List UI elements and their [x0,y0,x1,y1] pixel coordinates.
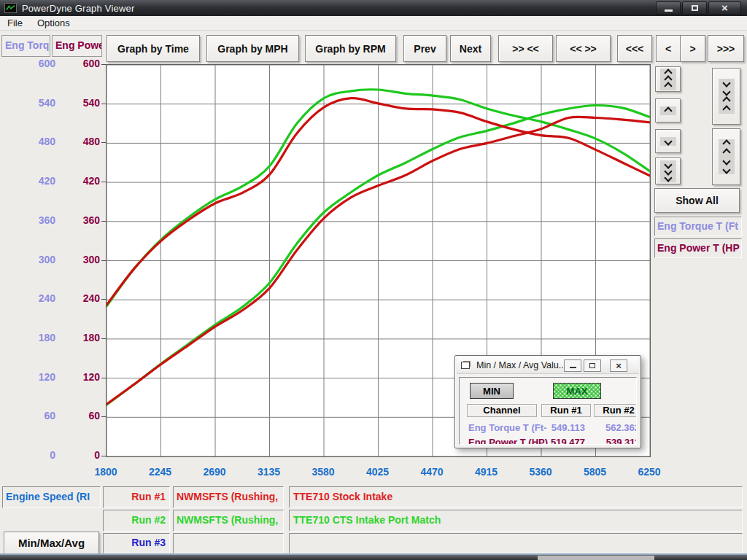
y-axis-label-right: 180 [65,332,100,343]
close-icon: × [616,361,622,371]
minimize-icon [665,9,673,12]
x-scroll-left-fast-button[interactable]: <<< [617,35,652,62]
y-axis-label-left: 360 [20,214,55,226]
y-axis-label-right: 600 [65,58,100,69]
legend-torque: Eng Torque T (Ft [654,217,742,236]
y-axis-label-right: 240 [65,292,100,304]
minmax-minimize-button[interactable] [564,359,581,372]
window-controls: × [656,1,741,15]
chevron-up-icon [722,96,730,104]
y-axis-label-left: 600 [20,58,55,69]
chevron-down-icon [664,137,672,145]
chevron-down-icon [722,157,730,165]
y-axis-label-right: 360 [65,214,100,226]
y-axis-label-right: 60 [65,410,100,421]
run2-label-box[interactable]: Run #2 [103,510,170,532]
max-toggle-button[interactable]: MAX [553,383,601,399]
minmaxavg-button[interactable]: Min/Max/Avg [4,532,99,554]
y-scroll-down-fast-button[interactable] [655,158,681,184]
y-zoom-in-button[interactable] [712,68,740,125]
title-bar: PowerDyne Graph Viewer × [0,0,747,16]
x-scroll-right-button[interactable]: > [680,35,705,62]
x-channel-box[interactable]: Engine Speed (RI [2,486,101,508]
restore-icon [692,5,698,11]
chevron-up-icon [722,105,730,113]
y-scroll-up-fast-button[interactable] [655,66,681,92]
x-axis-label: 2690 [190,466,239,478]
show-all-button[interactable]: Show All [654,188,740,213]
table-cell-value: 549.113 [533,422,585,433]
y-axis-label-left: 420 [20,175,55,187]
y-axis-label-left: 180 [20,332,55,343]
y-axis-label-right: 120 [65,371,100,383]
close-icon: × [721,3,728,13]
y-axis-label-right: 420 [65,175,100,187]
y-scroll-up-button[interactable] [655,98,681,122]
chevron-icon [719,79,735,114]
run1-label-box[interactable]: Run #1 [103,486,170,508]
chevron-down-icon [664,174,672,182]
y-zoom-out-button[interactable] [712,128,740,185]
y-axis-label-left: 240 [20,292,55,304]
x-axis-label: 4025 [354,466,402,478]
minmax-window[interactable]: Min / Max / Avg Valu... × MIN MAX Channe… [454,355,641,448]
minmax-restore-button[interactable] [584,359,601,372]
graph-by-time-button[interactable]: Graph by Time [107,35,200,62]
chevron-down-icon [722,79,730,87]
graph-by-rpm-button[interactable]: Graph by RPM [305,35,396,62]
run1-file-box[interactable]: NWMSFTS (Rushing, [173,486,284,508]
document-icon [461,362,470,369]
y-scroll-down-button[interactable] [655,129,681,153]
table-cell-value: 519.477 [533,437,585,445]
chevron-icon [719,139,735,174]
minmax-title-bar[interactable]: Min / Max / Avg Valu... × [457,357,639,374]
x-scroll-right-fast-button[interactable]: >>> [708,35,744,62]
channel-label-torque[interactable]: Eng Torq [1,35,50,57]
y-axis-label-left: 120 [20,371,55,383]
x-axis-label: 1800 [82,466,130,478]
y-axis-label-right: 300 [65,254,100,265]
y-axis-label-right: 480 [65,136,100,147]
chevron-up-icon [664,82,672,90]
column-header-channel: Channel [467,404,537,417]
menu-bar: File Options [0,16,747,31]
powerdyne-window: PowerDyne Graph Viewer × File Options En… [0,0,747,560]
y-axis-label-left: 480 [20,136,55,147]
x-zoom-in-button[interactable]: >> << [498,35,553,62]
restore-button[interactable] [682,1,707,15]
minmax-close-button[interactable]: × [610,359,627,372]
y-axis-label-right: 0 [65,449,100,461]
y-axis-label-left: 60 [20,410,55,421]
minimize-button[interactable] [656,1,681,15]
minmax-body: MIN MAX Channel Run #1 Run #2 Eng Torque… [459,377,637,445]
chevron-up-icon [722,148,730,156]
table-cell-value: 539.311 [587,437,637,445]
run1-desc-box[interactable]: TTE710 Stock Intake [289,486,743,508]
run2-file-box[interactable]: NWMSFTS (Rushing, [173,510,284,532]
app-icon [4,3,17,13]
graph-by-mph-button[interactable]: Graph by MPH [206,35,299,62]
menu-options[interactable]: Options [30,18,77,28]
x-scroll-left-button[interactable]: < [656,35,681,62]
run3-label-box[interactable]: Run #3 [103,533,170,553]
chevron-icon [660,69,676,90]
run3-desc-box[interactable] [289,533,743,553]
chevron-down-icon [722,166,730,174]
x-axis-label: 6250 [625,466,673,478]
next-button[interactable]: Next [450,35,491,62]
window-title: PowerDyne Graph Viewer [22,3,134,14]
run2-desc-box[interactable]: TTE710 CTS Intake Port Match [289,510,743,532]
taskbar-fragment [538,556,654,560]
minmax-window-title: Min / Max / Avg Valu... [476,360,566,370]
chevron-icon [660,160,676,182]
menu-file[interactable]: File [0,18,30,28]
close-button[interactable]: × [708,1,741,15]
min-toggle-button[interactable]: MIN [470,383,514,399]
column-header-run1: Run #1 [541,404,591,417]
x-zoom-out-button[interactable]: << >> [556,35,611,62]
x-axis-label: 5805 [571,466,619,478]
prev-button[interactable]: Prev [403,35,446,62]
run3-file-box[interactable] [173,533,284,553]
channel-label-power[interactable]: Eng Powe [52,35,102,57]
table-cell-value: 562.362 [587,422,637,433]
